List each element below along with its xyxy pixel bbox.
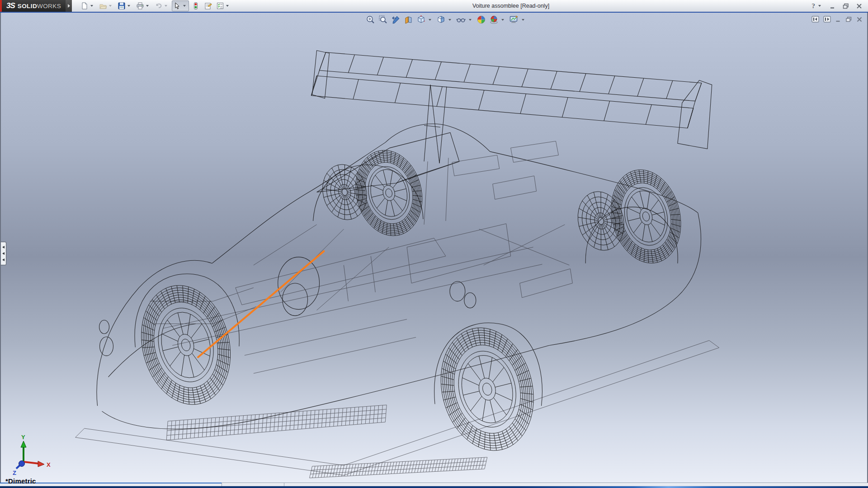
help-label: ? — [812, 2, 816, 10]
brand-name-bold: SOLID — [18, 3, 37, 9]
brand-mark: 3S — [6, 1, 15, 10]
chevron-down-icon[interactable] — [109, 5, 112, 7]
close-button[interactable] — [856, 3, 863, 9]
wheel-front-left[interactable] — [129, 276, 243, 414]
chevron-down-icon[interactable] — [127, 5, 130, 7]
front-grill-mesh — [166, 405, 387, 440]
status-bar — [0, 483, 868, 486]
solidworks-logo[interactable]: 3S SOLIDWORKS — [0, 0, 66, 12]
apply-scene-icon — [489, 15, 499, 24]
open-icon — [99, 2, 107, 10]
app-window-controls: ? — [812, 2, 868, 10]
chevron-left-icon — [2, 258, 5, 261]
minimize-button[interactable] — [829, 3, 836, 9]
chevron-down-icon[interactable] — [469, 19, 472, 21]
chevron-right-icon — [68, 4, 70, 8]
wheel-front-right[interactable] — [347, 143, 431, 243]
file-properties-button[interactable] — [203, 0, 213, 11]
chevron-down-icon[interactable] — [501, 19, 504, 21]
open-button[interactable] — [98, 0, 115, 11]
chevron-left-icon — [2, 252, 5, 255]
hide-show-items-button[interactable] — [456, 14, 474, 25]
glasses-icon — [456, 15, 466, 24]
save-icon — [118, 2, 126, 10]
headsup-view-toolbar — [365, 14, 527, 25]
display-style-icon — [436, 15, 446, 24]
triad-y-label: Y — [21, 434, 25, 441]
file-properties-icon — [204, 2, 212, 10]
chevron-down-icon[interactable] — [226, 5, 229, 7]
collapse-pane-left-button[interactable] — [811, 16, 819, 23]
status-separator — [222, 483, 222, 486]
section-view-button[interactable] — [403, 14, 414, 25]
triad-z-label: Z — [13, 469, 16, 476]
brake-disc-rear-right[interactable] — [572, 187, 630, 255]
rear-wing[interactable] — [311, 51, 712, 163]
section-view-icon — [404, 15, 413, 24]
view-orientation-button[interactable] — [416, 14, 434, 25]
graphics-area[interactable]: Y X Z — [0, 13, 868, 483]
select-button[interactable] — [172, 0, 189, 11]
select-cursor-icon — [173, 2, 181, 10]
view-orientation-icon — [416, 15, 426, 24]
options-icon — [216, 2, 224, 10]
chevron-down-icon[interactable] — [146, 5, 149, 7]
options-button[interactable] — [215, 0, 232, 11]
chevron-down-icon[interactable] — [448, 19, 451, 21]
zoom-to-fit-icon — [366, 15, 375, 24]
floor-edge-mesh — [310, 457, 487, 478]
chevron-down-icon[interactable] — [522, 19, 524, 21]
triad-x-label: X — [47, 461, 51, 468]
expand-pane-right-button[interactable] — [823, 16, 831, 23]
new-document-icon — [80, 2, 89, 10]
solidworks-window: 3S SOLIDWORKS — [0, 0, 868, 488]
print-icon — [136, 2, 144, 10]
undo-icon — [155, 2, 163, 10]
wheel-rear-left[interactable] — [429, 318, 546, 460]
doc-restore-button[interactable] — [845, 16, 852, 23]
save-button[interactable] — [116, 0, 133, 11]
new-document-button[interactable] — [79, 0, 96, 11]
chevron-down-icon[interactable] — [165, 5, 167, 7]
apply-scene-button[interactable] — [489, 14, 506, 25]
view-orientation-label: *Dimetric — [5, 477, 36, 485]
brand-name-light: WORKS — [37, 3, 61, 9]
restore-button[interactable] — [842, 3, 849, 9]
zoom-to-fit-button[interactable] — [365, 14, 376, 25]
rebuild-button[interactable] — [190, 0, 201, 11]
document-window-controls — [811, 16, 863, 23]
print-button[interactable] — [135, 0, 152, 11]
view-settings-button[interactable] — [509, 14, 527, 25]
chevron-down-icon — [818, 5, 821, 7]
wireframe-model[interactable] — [1, 13, 867, 482]
selected-edge-highlight[interactable] — [198, 251, 324, 357]
zoom-to-area-button[interactable] — [378, 14, 388, 25]
chevron-left-icon — [2, 246, 5, 249]
display-style-button[interactable] — [436, 14, 453, 25]
feature-panel-collapse-tab[interactable] — [1, 242, 6, 265]
undo-button[interactable] — [153, 0, 170, 11]
view-settings-icon — [509, 15, 519, 24]
doc-close-button[interactable] — [856, 16, 863, 23]
traffic-light-icon — [192, 2, 200, 10]
doc-minimize-button[interactable] — [835, 16, 841, 23]
previous-view-button[interactable] — [391, 14, 401, 25]
appearance-ball-icon — [476, 15, 486, 24]
previous-view-icon — [391, 15, 401, 24]
orientation-triad: Y X Z — [3, 433, 61, 478]
chevron-down-icon[interactable] — [429, 19, 431, 21]
zoom-to-area-icon — [378, 15, 388, 24]
menu-expand-button[interactable] — [66, 0, 72, 12]
title-bar: 3S SOLIDWORKS — [0, 0, 868, 13]
help-button[interactable]: ? — [812, 2, 823, 10]
status-separator — [284, 483, 284, 486]
wheel-rear-right[interactable] — [602, 162, 690, 271]
standard-toolbar — [79, 0, 232, 11]
window-bottom-edge — [0, 486, 868, 488]
edit-appearance-button[interactable] — [476, 14, 486, 25]
chevron-down-icon[interactable] — [90, 5, 93, 7]
chevron-down-icon[interactable] — [183, 5, 186, 7]
